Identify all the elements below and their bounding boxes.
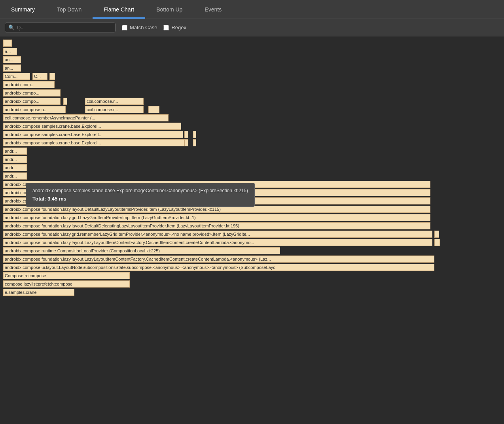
flame-block[interactable]: androidx.compo... — [3, 98, 61, 105]
flame-block[interactable] — [193, 131, 196, 138]
flame-block[interactable]: androidx.compose.foundation.lazy.layout.… — [3, 256, 434, 263]
flame-row: androidx.compose.runtime.CompositionLoca… — [0, 247, 504, 255]
tab-bottomup[interactable]: Bottom Up — [145, 0, 193, 19]
flame-block[interactable] — [434, 239, 440, 246]
flame-block[interactable] — [184, 139, 188, 146]
flame-block[interactable] — [184, 131, 188, 138]
flame-block[interactable]: androidx.compose.foundation.lazy.grid.La… — [3, 214, 430, 221]
flame-block[interactable] — [434, 231, 439, 238]
flame-block[interactable]: androidx.compose.foundation.lazy.layout.… — [3, 239, 432, 246]
flame-block[interactable]: Compose:recompose — [3, 272, 130, 279]
flame-row: androidx.compose.samples.crane.base.Expl… — [0, 139, 504, 147]
flame-chart-area: a...an...an...Com...C...androidx.com...a… — [0, 36, 504, 424]
flame-block[interactable]: androidx.compose.samples.crane.base.Expl… — [3, 139, 184, 146]
flame-block[interactable]: androidx.compose.ui.layout.LayoutNodeSub… — [3, 264, 434, 271]
flame-row: androidx.compo...coil.compose.r... — [0, 98, 504, 106]
search-input[interactable] — [17, 25, 112, 30]
match-case-label[interactable]: Match Case — [122, 25, 157, 30]
flame-row: androidx.compose.foundation.lazy.layout.… — [0, 206, 504, 214]
tab-bar: Summary Top Down Flame Chart Bottom Up E… — [0, 0, 504, 19]
flame-block[interactable] — [49, 73, 55, 80]
tooltip: androidx.compose.samples.crane.base.Expl… — [26, 183, 255, 207]
flame-row: andr... — [0, 164, 504, 172]
flame-block[interactable]: a... — [3, 48, 17, 55]
flame-row: andr... — [0, 172, 504, 180]
tooltip-total: Total: 3.45 ms — [32, 196, 248, 202]
flame-row: androidx.com... — [0, 81, 504, 89]
flame-row: andr... — [0, 156, 504, 164]
flame-block[interactable]: andr... — [3, 148, 27, 155]
flame-row: androidx.compose.foundation.lazy.grid.La… — [0, 214, 504, 222]
flame-block[interactable] — [63, 98, 67, 105]
flame-block[interactable] — [3, 40, 12, 47]
match-case-text: Match Case — [130, 25, 157, 30]
flame-block[interactable]: coil.compose.r... — [85, 106, 144, 113]
tooltip-title: androidx.compose.samples.crane.base.Expl… — [32, 188, 248, 193]
flame-block[interactable]: an... — [3, 64, 21, 72]
tab-summary[interactable]: Summary — [0, 0, 46, 19]
flame-block[interactable]: androidx.compose.samples.crane.base.Expl… — [3, 123, 181, 130]
flame-block[interactable]: androidx.com... — [3, 81, 55, 88]
flame-row: Compose:recompose — [0, 272, 504, 280]
flame-block[interactable]: andr... — [3, 164, 27, 171]
flame-row: androidx.compose.samples.crane.base.Expl… — [0, 131, 504, 139]
tab-topdown[interactable]: Top Down — [46, 0, 93, 19]
flame-row: an... — [0, 64, 504, 72]
flame-block[interactable]: androidx.compose.foundation.lazy.layout.… — [3, 222, 430, 229]
regex-label[interactable]: Regex — [163, 25, 186, 30]
toolbar: 🔍 Match Case Regex — [0, 19, 504, 36]
flame-row: androidx.compose.foundation.lazy.layout.… — [0, 222, 504, 230]
flame-row: coil.compose.rememberAsyncImagePainter (… — [0, 114, 504, 122]
flame-row: a... — [0, 48, 504, 56]
flame-block[interactable]: e.samples.crane — [3, 289, 74, 296]
flame-block[interactable]: androidx.compo... — [3, 89, 61, 97]
flame-block[interactable]: Com... — [3, 73, 30, 80]
flame-row: androidx.compose.u...coil.compose.r... — [0, 106, 504, 114]
flame-block[interactable]: andr... — [3, 172, 27, 180]
flame-block[interactable]: androidx.compose.u... — [3, 106, 66, 113]
flame-block[interactable]: coil.compose.rememberAsyncImagePainter (… — [3, 114, 169, 121]
flame-block[interactable] — [148, 106, 159, 113]
regex-checkbox[interactable] — [163, 25, 169, 30]
flame-block[interactable]: C... — [32, 73, 47, 80]
flame-row: compose:lazylist:prefetch:compose — [0, 280, 504, 288]
flame-block[interactable]: androidx.compose.samples.crane.base.Expl… — [3, 131, 183, 138]
flame-block[interactable]: androidx.compose.foundation.lazy.grid.re… — [3, 231, 432, 238]
flame-row: androidx.compose.foundation.lazy.layout.… — [0, 239, 504, 247]
flame-block[interactable] — [193, 139, 196, 146]
flame-row — [0, 40, 504, 47]
regex-text: Regex — [171, 25, 186, 30]
flame-row: e.samples.crane — [0, 289, 504, 297]
flame-block[interactable]: compose:lazylist:prefetch:compose — [3, 280, 130, 288]
search-icon: 🔍 — [8, 25, 15, 30]
flame-row: andr... — [0, 148, 504, 155]
tab-flamechart[interactable]: Flame Chart — [93, 0, 145, 19]
match-case-checkbox[interactable] — [122, 25, 127, 30]
flame-row: androidx.compose.foundation.lazy.grid.re… — [0, 231, 504, 238]
flame-block[interactable]: androidx.compose.runtime.CompositionLoca… — [3, 247, 280, 254]
flame-row: androidx.compose.ui.layout.LayoutNodeSub… — [0, 264, 504, 272]
flame-block[interactable]: andr... — [3, 156, 27, 163]
flame-row: androidx.compose.samples.crane.base.Expl… — [0, 123, 504, 131]
flame-block[interactable]: coil.compose.r... — [85, 98, 144, 105]
flame-block[interactable]: an... — [3, 56, 21, 63]
tab-events[interactable]: Events — [193, 0, 233, 19]
search-box: 🔍 — [5, 23, 116, 32]
flame-row: androidx.compose.foundation.lazy.layout.… — [0, 256, 504, 263]
flame-row: an... — [0, 56, 504, 64]
flame-row: androidx.compo... — [0, 89, 504, 97]
flame-row: Com...C... — [0, 73, 504, 81]
